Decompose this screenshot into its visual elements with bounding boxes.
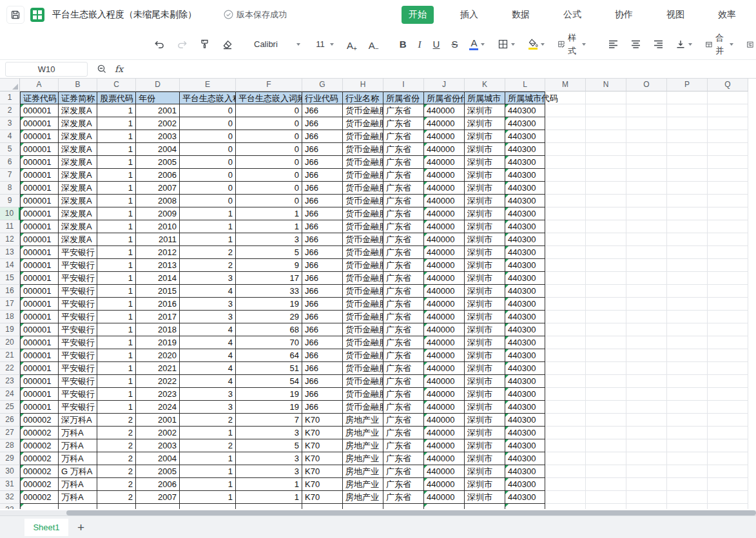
cell[interactable]: [626, 491, 667, 504]
cell[interactable]: 1: [236, 491, 302, 504]
cell[interactable]: [545, 220, 586, 233]
cell[interactable]: 货币金融服务: [343, 362, 383, 375]
column-header-A[interactable]: A: [20, 79, 59, 91]
cell[interactable]: [465, 504, 505, 509]
cell[interactable]: 深圳市: [465, 130, 505, 143]
cell[interactable]: 2022: [136, 375, 180, 388]
sheet-tab-sheet1[interactable]: Sheet1: [24, 519, 68, 536]
cell[interactable]: 000001: [20, 117, 59, 130]
cell[interactable]: 货币金融服务: [343, 220, 383, 233]
row-header-2[interactable]: 2: [0, 104, 20, 117]
cell[interactable]: [667, 156, 708, 169]
cell[interactable]: 0: [180, 143, 236, 156]
cell[interactable]: 2006: [136, 478, 180, 491]
cell[interactable]: 深万科A: [59, 414, 97, 427]
cell[interactable]: 2001: [136, 104, 180, 117]
cell[interactable]: 广东省: [383, 246, 424, 259]
cell[interactable]: [667, 311, 708, 323]
row-header-7[interactable]: 7: [0, 169, 20, 182]
cell[interactable]: 000001: [20, 259, 59, 272]
cell[interactable]: 000002: [20, 465, 59, 478]
cell[interactable]: 2021: [136, 362, 180, 375]
cell[interactable]: [708, 195, 748, 207]
cell[interactable]: J66: [302, 272, 343, 285]
cell[interactable]: [667, 285, 708, 298]
cell[interactable]: 1: [180, 220, 236, 233]
cell[interactable]: [586, 207, 626, 220]
cell[interactable]: 1: [97, 311, 136, 323]
cell[interactable]: 所属城市: [465, 91, 505, 104]
cell[interactable]: 广东省: [383, 298, 424, 311]
row-header-21[interactable]: 21: [0, 349, 20, 362]
cell[interactable]: 000001: [20, 104, 59, 117]
cell[interactable]: 1: [180, 465, 236, 478]
cell[interactable]: [545, 414, 586, 427]
cell[interactable]: 0: [236, 169, 302, 182]
menu-tab-insert[interactable]: 插入: [453, 6, 485, 24]
cell[interactable]: [708, 491, 748, 504]
cell[interactable]: 深圳市: [465, 465, 505, 478]
cell[interactable]: 平安银行: [59, 349, 97, 362]
menu-tab-data[interactable]: 数据: [505, 6, 537, 24]
cell[interactable]: 平安银行: [59, 285, 97, 298]
cell[interactable]: [667, 323, 708, 336]
cell[interactable]: [545, 143, 586, 156]
cell[interactable]: [545, 401, 586, 414]
cell[interactable]: 440000: [424, 388, 465, 401]
cell[interactable]: 深圳市: [465, 323, 505, 336]
cell[interactable]: 440000: [424, 272, 465, 285]
cell[interactable]: [383, 504, 424, 509]
cell[interactable]: 2008: [136, 195, 180, 207]
vertical-align-button[interactable]: [672, 37, 697, 52]
cell[interactable]: [586, 259, 626, 272]
add-sheet-button[interactable]: +: [77, 521, 84, 533]
cell[interactable]: [708, 272, 748, 285]
row-header-13[interactable]: 13: [0, 246, 20, 259]
cell[interactable]: 深发展A: [59, 143, 97, 156]
cell[interactable]: 1: [97, 285, 136, 298]
align-left-button[interactable]: [605, 37, 622, 52]
cell[interactable]: 货币金融服务: [343, 388, 383, 401]
cell[interactable]: 广东省: [383, 349, 424, 362]
cell[interactable]: 货币金融服务: [343, 156, 383, 169]
row-header-26[interactable]: 26: [0, 414, 20, 427]
cell[interactable]: [708, 427, 748, 439]
cell[interactable]: 000001: [20, 298, 59, 311]
cell[interactable]: 广东省: [383, 439, 424, 452]
cell[interactable]: 2: [180, 439, 236, 452]
cell[interactable]: 2024: [136, 401, 180, 414]
cell[interactable]: 平安银行: [59, 323, 97, 336]
cell[interactable]: 深圳市: [465, 272, 505, 285]
cell[interactable]: [545, 285, 586, 298]
cell[interactable]: 440000: [424, 182, 465, 195]
cell[interactable]: 货币金融服务: [343, 207, 383, 220]
cell[interactable]: 4: [180, 349, 236, 362]
cell[interactable]: [136, 504, 180, 509]
cell[interactable]: J66: [302, 195, 343, 207]
cell[interactable]: K70: [302, 491, 343, 504]
cell[interactable]: [667, 388, 708, 401]
cell[interactable]: [708, 285, 748, 298]
cell[interactable]: 000001: [20, 143, 59, 156]
cell[interactable]: 房地产业: [343, 414, 383, 427]
cell[interactable]: 深圳市: [465, 298, 505, 311]
cell[interactable]: J66: [302, 259, 343, 272]
cell[interactable]: 房地产业: [343, 465, 383, 478]
cell[interactable]: 广东省: [383, 104, 424, 117]
cell[interactable]: 440300: [505, 452, 545, 465]
cell[interactable]: J66: [302, 401, 343, 414]
save-icon[interactable]: [6, 6, 24, 24]
cell[interactable]: 深圳市: [465, 207, 505, 220]
cell[interactable]: [626, 336, 667, 349]
cell[interactable]: [545, 259, 586, 272]
column-header-C[interactable]: C: [97, 79, 136, 91]
cell[interactable]: 2: [97, 478, 136, 491]
cell[interactable]: 440300: [505, 414, 545, 427]
cell[interactable]: [626, 401, 667, 414]
cell[interactable]: [667, 362, 708, 375]
cell[interactable]: J66: [302, 311, 343, 323]
cell[interactable]: [545, 156, 586, 169]
cell[interactable]: 货币金融服务: [343, 285, 383, 298]
cell[interactable]: 440000: [424, 375, 465, 388]
cell[interactable]: [343, 504, 383, 509]
